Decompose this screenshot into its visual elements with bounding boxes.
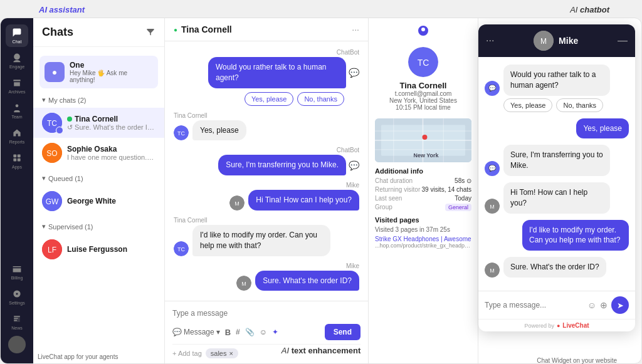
widget-header: ··· Mike — <box>478 24 635 57</box>
nav-item-settings[interactable]: Settings <box>6 286 28 308</box>
bot-chat-item[interactable]: ● One Hey Mike 🖐 Ask me anything! <box>39 56 158 88</box>
visited-page-link[interactable]: Strike GX Headphones | Awesome <box>375 236 471 242</box>
w-bubble-1: Yes, please <box>576 118 629 139</box>
compose-input[interactable] <box>172 306 360 320</box>
widget-footer: Powered by ● LiveChat <box>478 319 635 331</box>
george-chat-info: George White <box>67 197 155 205</box>
chat-item-luise[interactable]: Luise Fergusson <box>33 234 164 264</box>
option-no-btn[interactable]: No, thanks <box>297 92 344 106</box>
chat-item-tina[interactable]: Tina Cornell ↺ Sure. What's the order ID… <box>33 108 164 138</box>
emoji-tool-button[interactable]: ☺ <box>260 328 267 336</box>
tina-avatar <box>42 113 62 133</box>
w-bubble-row-0: 💬 Would you rather talk to a human agent… <box>485 65 629 96</box>
widget-minimize-button[interactable]: — <box>618 35 628 46</box>
svg-rect-2 <box>13 159 16 162</box>
svg-rect-1 <box>18 154 21 157</box>
w-msg-row-3: Hi Tom! How can I help you? <box>485 182 629 214</box>
supervised-label: Supervised (1) <box>48 223 93 231</box>
msg-bubble-row-0: Would you rather talk to a human agent? … <box>174 57 359 88</box>
msg-row-2: ChatBot Sure, I'm transferring you to Mi… <box>174 147 359 175</box>
my-chats-header[interactable]: ▾ My chats (2) <box>33 92 164 108</box>
sophie-avatar <box>42 143 62 163</box>
nav-item-team[interactable]: Team <box>6 100 28 122</box>
info-email: t.cornell@gmail.com <box>395 90 452 97</box>
sophie-name: Sophie Osaka <box>67 145 155 153</box>
msg-options-0: Yes, please No, thanks <box>192 92 344 106</box>
bold-icon: B <box>225 328 231 337</box>
msg-bubble-3: Hi Tina! How can I help you? <box>248 190 359 211</box>
ai-text-enhancement-label: AI text enhancement <box>282 346 360 355</box>
nav-item-engage[interactable]: Engage <box>6 49 28 72</box>
w-avatar-5-img <box>485 263 500 278</box>
svg-text:New York: New York <box>414 152 439 159</box>
tina-chat-info: Tina Cornell ↺ Sure. What's the order ID… <box>67 115 155 132</box>
widget-compose: ☺ ⊕ ➤ <box>478 291 635 319</box>
last-seen-value: Today <box>455 195 471 202</box>
w-option-yes[interactable]: Yes, please <box>503 98 552 112</box>
ai-enhance-button[interactable]: ✦ <box>272 328 278 336</box>
last-seen-row: Last seen Today <box>375 195 471 202</box>
sophie-avatar-img <box>42 143 62 163</box>
plus-icon: + <box>172 350 176 357</box>
msg-avatar-mike-5 <box>236 276 251 291</box>
nav-item-apps[interactable]: Apps <box>6 150 28 172</box>
msg-bubble-2: Sure, I'm transferring you to Mike. <box>218 155 346 175</box>
my-chats-label: My chats (2) <box>48 96 87 104</box>
bot-icon-0: 💬 <box>349 68 359 78</box>
w-msg-row-2: 💬 Sure, I'm transferring you to Mike. <box>485 145 629 176</box>
emoji-icon: ☺ <box>260 328 267 336</box>
chatbot-widget: ··· Mike — 💬 Would you rather talk to a … <box>478 24 635 331</box>
sidebar-header: Chats <box>33 18 164 47</box>
widget-emoji-button[interactable]: ☺ <box>587 300 596 310</box>
msg-avatar-mike-3 <box>229 195 245 211</box>
widget-attachment-button[interactable]: ⊕ <box>600 300 608 310</box>
supervised-header[interactable]: ▾ Supervised (1) <box>33 219 164 234</box>
add-tag-label: + Add tag <box>172 350 202 357</box>
msg-sender-chatbot: ChatBot <box>174 49 359 56</box>
tina-name: Tina Cornell <box>67 115 155 123</box>
nav-label-reports: Reports <box>9 140 25 144</box>
w-bubble-0: Would you rather talk to a human agent? <box>503 65 610 96</box>
chat-item-george[interactable]: George White <box>33 186 164 216</box>
map-placeholder: New York <box>375 118 471 162</box>
bot-icon-2: 💬 <box>349 160 359 170</box>
chat-duration-label: Chat duration <box>375 177 413 184</box>
send-button[interactable]: Send <box>325 324 360 340</box>
option-yes-btn[interactable]: Yes, please <box>245 92 293 106</box>
livechat-app-note: LiveChat app for your agents <box>38 353 118 360</box>
widget-dots-button[interactable]: ··· <box>486 35 494 46</box>
map-svg: New York <box>375 118 471 162</box>
queued-header[interactable]: ▾ Queued (1) <box>33 170 164 186</box>
w-msg-row-0: 💬 Would you rather talk to a human agent… <box>485 65 629 112</box>
visited-url: ...hop.com/product/strike_gx_headpho... <box>375 242 471 249</box>
tag-remove-icon[interactable]: × <box>229 350 233 357</box>
nav-item-news[interactable]: News <box>6 311 28 333</box>
nav-user-avatar[interactable] <box>8 336 26 353</box>
nav-label-engage: Engage <box>9 65 24 69</box>
visited-desc: Visited 3 pages in 37m 25s <box>375 226 471 233</box>
filter-icon-button[interactable] <box>145 26 155 38</box>
w-option-no[interactable]: No, thanks <box>556 98 603 112</box>
bold-tool-button[interactable]: B <box>225 328 231 337</box>
info-panel-content: Tina Cornell t.cornell@gmail.com New Yor… <box>369 39 478 256</box>
nav-item-billing[interactable]: Billing <box>6 261 28 283</box>
msg-bubble-row-5: Sure. What's the order ID? <box>174 271 359 291</box>
widget-agent-avatar <box>534 31 554 51</box>
widget-send-button[interactable]: ➤ <box>611 296 629 314</box>
w-avatar-2: 💬 <box>485 161 500 176</box>
chat-item-sophie[interactable]: Sophie Osaka I have one more question. C… <box>33 138 164 168</box>
visited-title: Visited pages <box>375 216 471 224</box>
w-bubble-2: Sure, I'm transferring you to Mike. <box>503 145 610 176</box>
attachment-tool-button[interactable]: 📎 <box>245 328 255 336</box>
nav-item-archives[interactable]: Archives <box>6 75 28 97</box>
nav-item-reports[interactable]: Reports <box>6 125 28 147</box>
widget-messages: 💬 Would you rather talk to a human agent… <box>478 57 635 291</box>
message-tool-button[interactable]: 💬 Message ▾ <box>172 328 220 336</box>
hashtag-tool-button[interactable]: # <box>236 328 240 336</box>
additional-info-title: Additional info <box>375 167 471 175</box>
widget-input[interactable] <box>485 301 584 309</box>
nav-item-chat[interactable]: Chat <box>6 24 28 47</box>
luise-avatar-img <box>42 239 62 259</box>
chat-more-button[interactable]: ··· <box>352 24 359 34</box>
msg-bubble-row-3: Hi Tina! How can I help you? <box>174 190 359 211</box>
